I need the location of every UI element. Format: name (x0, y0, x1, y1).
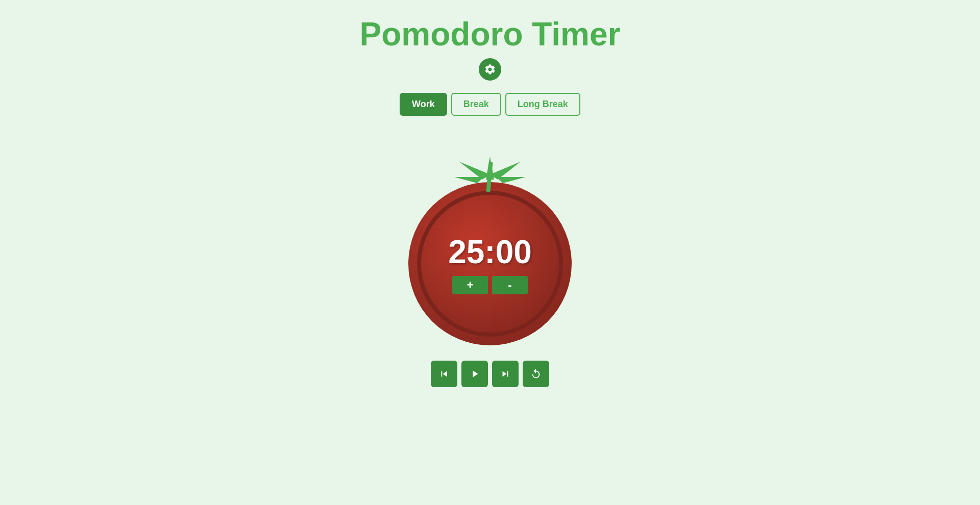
gear-icon (484, 63, 496, 75)
tomato-timer: 25:00 + - (398, 131, 582, 345)
play-icon (469, 368, 480, 380)
app-title: Pomodoro Timer (360, 15, 621, 53)
skip-back-icon (438, 368, 450, 380)
reset-icon (530, 368, 542, 380)
mode-buttons: Work Break Long Break (400, 93, 580, 116)
settings-button[interactable] (479, 58, 501, 81)
timer-display: 25:00 (448, 233, 532, 271)
mode-button-work[interactable]: Work (400, 93, 447, 116)
previous-button[interactable] (431, 361, 457, 387)
svg-marker-4 (496, 177, 526, 183)
increase-time-button[interactable]: + (452, 276, 488, 294)
mode-button-long-break[interactable]: Long Break (505, 93, 580, 116)
next-button[interactable] (492, 361, 519, 387)
mode-button-break[interactable]: Break (451, 93, 501, 116)
skip-forward-icon (500, 368, 511, 380)
svg-marker-2 (490, 162, 521, 180)
reset-button[interactable] (523, 361, 549, 387)
adjust-buttons: + - (452, 276, 528, 294)
decrease-time-button[interactable]: - (492, 276, 528, 294)
tomato-body: 25:00 + - (408, 182, 572, 345)
control-buttons (431, 361, 549, 387)
tomato-leaves (449, 152, 531, 203)
svg-marker-1 (459, 162, 490, 180)
play-button[interactable] (461, 361, 488, 387)
svg-marker-3 (454, 177, 484, 183)
